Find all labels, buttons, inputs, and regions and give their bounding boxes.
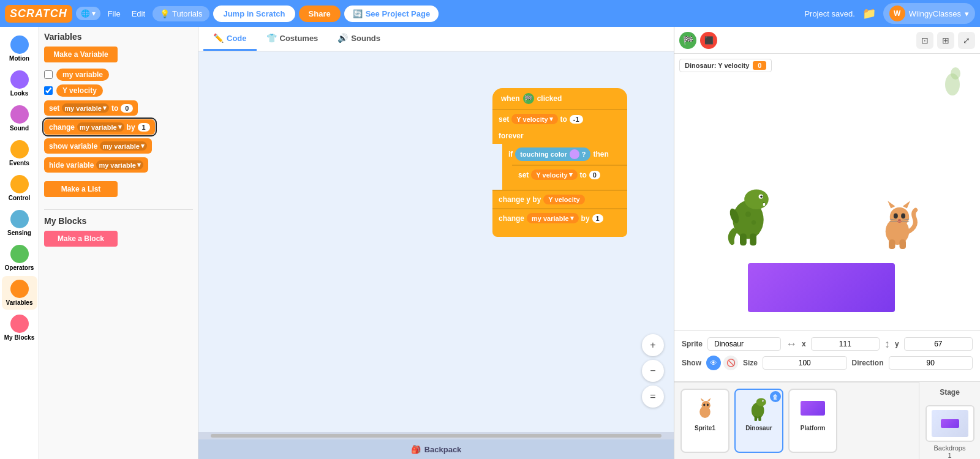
neg1-val[interactable]: -1 [570,115,583,124]
show-label: Show [682,359,701,367]
shrink-stage-button[interactable]: ⊡ [916,32,933,49]
tutorials-button[interactable]: 💡 Tutorials [153,6,209,21]
make-block-button[interactable]: Make a Block [44,231,118,247]
change-val-input[interactable]: 1 [138,123,150,132]
show-hidden-button[interactable]: 🚫 [723,356,738,370]
motion-label: Motion [9,55,29,62]
hide-variable-block-row: hide variable my variable ▾ [44,157,193,173]
stage-mini-preview [932,410,968,437]
zoom-in-button[interactable]: + [642,334,664,356]
canvas-controls: + − = [642,334,664,408]
category-looks[interactable]: Looks [2,67,37,100]
show-visible-button[interactable]: 👁 [706,356,721,370]
show-var-dropdown[interactable]: my variable ▾ [100,141,147,151]
yvel-checkbox[interactable] [44,86,53,95]
if-touching-block[interactable]: if touching color ? then [502,144,627,165]
hide-variable-block[interactable]: hide variable my variable ▾ [44,157,148,173]
zero-val[interactable]: 0 [589,171,600,179]
sprite-thumb-sprite1[interactable]: Sprite1 [680,389,729,453]
svg-point-34 [763,400,763,401]
fit-button[interactable]: = [642,386,664,408]
zoom-out-button[interactable]: − [642,360,664,382]
tab-code[interactable]: ✏️ Code [203,27,257,51]
share-button[interactable]: Share [299,6,341,22]
green-flag-button[interactable]: 🏁 [679,32,696,49]
set-yvel-block[interactable]: set Y velocity ▾ to -1 [492,109,627,128]
when-flag-clicked-block[interactable]: when 🏁 clicked [492,88,627,109]
jump-in-scratch-button[interactable]: Jump in Scratch [213,6,295,22]
category-operators[interactable]: Operators [2,241,37,275]
make-variable-button[interactable]: Make a Variable [44,47,118,62]
myvar-checkbox[interactable] [44,70,53,79]
touching-color-block[interactable]: touching color ? [515,147,590,161]
show-variable-block[interactable]: show variable my variable ▾ [44,138,152,154]
if-end-cap [502,184,551,190]
dinosaur-sprite [723,177,785,257]
change-myvar-block[interactable]: change my variable ▾ by 1 [492,208,627,227]
stage-panel: 🏁 ⬛ ⊡ ⊞ ⤢ Dinosaur: Y velocity 0 [674,27,980,459]
backpack-bar[interactable]: 🎒 Backpack [198,439,674,459]
yvel-var-inline3[interactable]: Y velocity [543,195,584,204]
myvar-inline[interactable]: my variable ▾ [527,213,579,223]
edit-menu[interactable]: Edit [128,7,149,21]
yvel-var-inline2[interactable]: Y velocity ▾ [531,170,577,180]
change-y-block[interactable]: change y by Y velocity [492,190,627,208]
yvel-badge[interactable]: Y velocity [56,84,103,97]
category-sensing[interactable]: Sensing [2,206,37,240]
language-selector[interactable]: 🌐 ▾ [76,7,100,20]
set-yvel-zero-block[interactable]: set Y velocity ▾ to 0 [512,165,627,184]
canvas-area[interactable]: when 🏁 clicked set Y velocity ▾ to -1 f [198,51,674,432]
direction-input[interactable] [889,356,973,370]
size-input[interactable] [763,356,846,370]
x-input[interactable] [811,337,880,351]
platform-label: Platform [801,425,826,431]
y-vel-label: Dinosaur: Y velocity [685,62,749,69]
category-sound[interactable]: Sound [2,102,37,135]
sprite-name-input[interactable] [707,337,781,351]
change-variable-block[interactable]: change my variable ▾ by 1 [44,119,155,135]
forever-end [492,227,627,237]
myblocks-dot [10,315,29,333]
set-variable-block[interactable]: set my variable ▾ to 0 [44,100,138,116]
section-divider [44,209,193,210]
sound-label: Sound [10,125,29,132]
fullscreen-button[interactable]: ⤢ [958,32,975,49]
category-myblocks[interactable]: My Blocks [2,311,37,345]
expand-stage-button[interactable]: ⊞ [937,32,954,49]
stage-mini-thumb[interactable] [925,405,974,442]
category-events[interactable]: Events [2,136,37,170]
myvar-badge[interactable]: my variable [56,69,109,81]
code-stack-main[interactable]: when 🏁 clicked set Y velocity ▾ to -1 f [492,88,627,237]
svg-point-16 [894,213,898,218]
sprite-delete-button[interactable]: 🗑 [770,391,781,402]
tab-sounds[interactable]: 🔊 Sounds [328,27,390,51]
set-var-dropdown[interactable]: my variable ▾ [62,103,109,113]
scratch-logo[interactable]: SCRATCH [5,5,72,23]
sprite1-image [690,394,720,423]
sprite-thumb-platform[interactable]: Platform [788,389,837,453]
category-variables[interactable]: Variables [2,276,37,310]
arrows-icon: ↔ [786,338,797,351]
small-dino-svg [937,60,968,103]
one-val[interactable]: 1 [592,214,603,223]
sprite-thumb-dinosaur[interactable]: 🗑 Dinosaur [734,389,783,453]
user-menu[interactable]: W WiingyClasses ▾ [883,3,975,24]
scrollbar-track[interactable] [211,434,662,438]
forever-block[interactable]: forever [492,128,627,144]
tab-costumes[interactable]: 👕 Costumes [257,27,328,51]
change-var-dropdown[interactable]: my variable ▾ [77,122,124,132]
category-motion[interactable]: Motion [2,32,37,65]
hide-var-dropdown[interactable]: my variable ▾ [96,160,143,170]
folder-icon[interactable]: 📁 [859,7,880,20]
set-val-input[interactable]: 0 [121,104,133,113]
yvel-var-inline1[interactable]: Y velocity ▾ [511,114,557,124]
file-menu[interactable]: File [104,7,124,21]
canvas-scrollbar[interactable] [198,432,674,439]
category-control[interactable]: Control [2,171,37,205]
dinosaur-label: Dinosaur [745,425,772,431]
y-input[interactable] [904,337,973,351]
color-swatch[interactable] [570,149,579,159]
stop-button[interactable]: ⬛ [700,32,717,49]
see-project-page-button[interactable]: 🔄 See Project Page [344,6,439,22]
make-list-button[interactable]: Make a List [44,181,118,197]
